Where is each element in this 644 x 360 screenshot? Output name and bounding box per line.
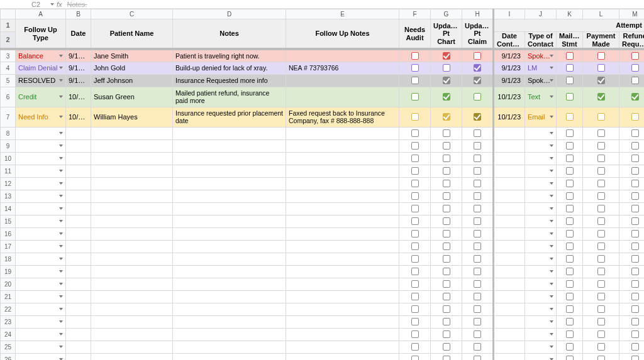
payment-made-checkbox[interactable] — [586, 354, 616, 360]
col-header-I[interactable]: I — [494, 9, 525, 19]
needs-audit-checkbox[interactable] — [402, 140, 428, 152]
followup-type-cell[interactable] — [16, 290, 66, 303]
cell[interactable] — [173, 215, 286, 227]
followup-notes-cell[interactable]: NEA # 73793766 — [286, 62, 399, 74]
patient-name-cell[interactable]: William Hayes — [91, 107, 173, 127]
needs-audit-checkbox[interactable] — [402, 253, 428, 265]
refund-request-checkbox[interactable] — [622, 128, 644, 139]
updated-pt-chart-checkbox[interactable] — [433, 107, 459, 127]
mailed-stmt-checkbox[interactable] — [559, 354, 580, 360]
cell[interactable] — [66, 315, 91, 328]
needs-audit-checkbox[interactable] — [402, 203, 428, 215]
cell[interactable] — [66, 215, 91, 227]
mailed-stmt-checkbox[interactable] — [559, 341, 580, 353]
cell[interactable] — [173, 278, 286, 290]
cell[interactable] — [66, 139, 91, 152]
row-header-14[interactable]: 14 — [1, 202, 16, 215]
date-contacted-cell[interactable]: 9/1/23 — [494, 49, 525, 62]
type-of-contact-cell[interactable] — [525, 139, 557, 152]
refund-request-checkbox[interactable] — [622, 253, 644, 265]
cell[interactable] — [286, 303, 399, 315]
followup-type-cell[interactable] — [16, 202, 66, 215]
column-header-row[interactable]: ABCDEFGHIJKLM — [1, 9, 645, 19]
mailed-stmt-checkbox[interactable] — [559, 165, 580, 177]
date-contacted-cell[interactable] — [494, 253, 525, 265]
updated-pt-claim-checkbox[interactable] — [465, 241, 490, 253]
cell[interactable] — [91, 127, 173, 139]
updated-pt-claim-checkbox[interactable] — [465, 354, 490, 360]
col-header-L[interactable]: L — [583, 9, 619, 19]
updated-pt-claim-checkbox[interactable] — [465, 190, 490, 202]
type-of-contact-cell[interactable] — [525, 253, 557, 265]
followup-type-cell[interactable] — [16, 315, 66, 328]
type-of-contact-cell[interactable] — [525, 353, 557, 360]
mailed-stmt-checkbox[interactable] — [559, 178, 580, 190]
updated-pt-chart-checkbox[interactable] — [433, 190, 459, 202]
needs-audit-checkbox[interactable] — [402, 178, 428, 190]
notes-cell[interactable]: Insurance requested prior placement date — [173, 107, 286, 127]
type-of-contact-cell[interactable] — [525, 341, 557, 353]
date-cell[interactable]: 9/1/23 — [66, 62, 91, 74]
payment-made-checkbox[interactable] — [586, 278, 616, 290]
updated-pt-chart-checkbox[interactable] — [433, 241, 459, 253]
cell[interactable] — [91, 265, 173, 278]
cell[interactable] — [173, 328, 286, 341]
cell[interactable] — [173, 353, 286, 360]
cell[interactable] — [286, 202, 399, 215]
payment-made-checkbox[interactable] — [586, 165, 616, 177]
followup-notes-cell[interactable]: Faxed request back to Insurance Company,… — [286, 107, 399, 127]
needs-audit-checkbox[interactable] — [402, 291, 428, 303]
date-contacted-cell[interactable]: 10/1/23 — [494, 87, 525, 107]
refund-request-checkbox[interactable] — [622, 107, 644, 127]
followup-type-cell[interactable] — [16, 165, 66, 177]
refund-request-checkbox[interactable] — [622, 241, 644, 253]
cell[interactable] — [286, 341, 399, 353]
mailed-stmt-checkbox[interactable] — [559, 153, 580, 165]
row-header-10[interactable]: 10 — [1, 152, 16, 165]
type-of-contact-cell[interactable]: Spoke To — [525, 49, 557, 62]
payment-made-checkbox[interactable] — [586, 107, 616, 127]
updated-pt-chart-checkbox[interactable] — [433, 165, 459, 177]
refund-request-checkbox[interactable] — [622, 87, 644, 107]
patient-name-cell[interactable]: Jane Smith — [91, 49, 173, 62]
cell[interactable] — [286, 215, 399, 227]
notes-cell[interactable]: Insurance Requested more info — [173, 74, 286, 87]
type-of-contact-cell[interactable] — [525, 315, 557, 328]
type-of-contact-cell[interactable] — [525, 190, 557, 202]
row-header-19[interactable]: 19 — [1, 265, 16, 278]
cell[interactable] — [173, 202, 286, 215]
mailed-stmt-checkbox[interactable] — [559, 75, 580, 87]
updated-pt-claim-checkbox[interactable] — [465, 291, 490, 303]
cell[interactable] — [66, 152, 91, 165]
updated-pt-claim-checkbox[interactable] — [465, 203, 490, 215]
cell[interactable] — [66, 165, 91, 177]
cell[interactable] — [173, 303, 286, 315]
type-of-contact-cell[interactable] — [525, 202, 557, 215]
row-header-9[interactable]: 9 — [1, 139, 16, 152]
cell[interactable] — [66, 265, 91, 278]
needs-audit-checkbox[interactable] — [402, 87, 428, 107]
row-header-24[interactable]: 24 — [1, 328, 16, 341]
needs-audit-checkbox[interactable] — [402, 329, 428, 341]
cell[interactable] — [91, 240, 173, 253]
mailed-stmt-checkbox[interactable] — [559, 107, 580, 127]
cell[interactable] — [286, 240, 399, 253]
updated-pt-chart-checkbox[interactable] — [433, 329, 459, 341]
type-of-contact-cell[interactable] — [525, 152, 557, 165]
row-header-8[interactable]: 8 — [1, 127, 16, 139]
updated-pt-claim-checkbox[interactable] — [465, 128, 490, 139]
refund-request-checkbox[interactable] — [622, 50, 644, 62]
cell[interactable] — [91, 253, 173, 265]
updated-pt-chart-checkbox[interactable] — [433, 50, 459, 62]
updated-pt-claim-checkbox[interactable] — [465, 107, 490, 127]
cell[interactable] — [66, 303, 91, 315]
col-header-E[interactable]: E — [286, 9, 399, 19]
payment-made-checkbox[interactable] — [586, 153, 616, 165]
cell[interactable] — [91, 353, 173, 360]
cell[interactable] — [66, 177, 91, 190]
needs-audit-checkbox[interactable] — [402, 215, 428, 227]
refund-request-checkbox[interactable] — [622, 329, 644, 341]
followup-type-cell[interactable] — [16, 127, 66, 139]
followup-type-cell[interactable] — [16, 353, 66, 360]
updated-pt-claim-checkbox[interactable] — [465, 75, 490, 87]
